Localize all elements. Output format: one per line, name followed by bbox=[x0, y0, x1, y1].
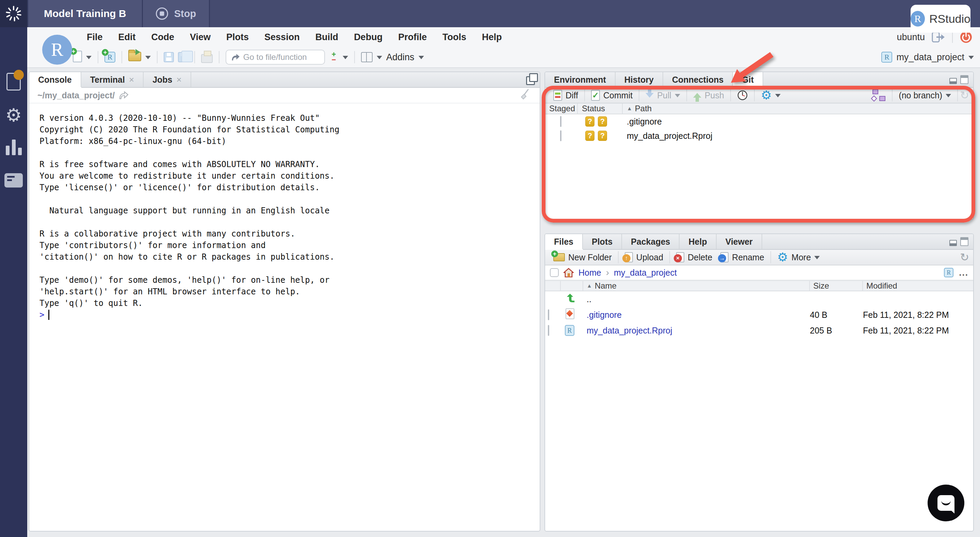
chevron-down-icon[interactable] bbox=[86, 56, 92, 62]
tab-environment[interactable]: Environment bbox=[545, 72, 616, 87]
maximize-icon[interactable] bbox=[960, 75, 969, 84]
file-name[interactable]: my_data_project.Rproj bbox=[583, 326, 810, 336]
close-icon[interactable]: × bbox=[129, 75, 134, 85]
tab-jobs[interactable]: Jobs × bbox=[143, 72, 191, 87]
clear-console-broom-icon[interactable] bbox=[520, 89, 531, 100]
close-icon[interactable]: × bbox=[177, 75, 182, 85]
menu-debug[interactable]: Debug bbox=[346, 32, 390, 43]
console-output-area[interactable]: R version 4.0.3 (2020-10-10) -- "Bunny-W… bbox=[29, 104, 540, 320]
sidebar-item-documents[interactable] bbox=[0, 71, 27, 92]
chevron-down-icon[interactable] bbox=[343, 56, 348, 62]
project-root-icon[interactable]: R bbox=[944, 268, 953, 277]
menu-profile[interactable]: Profile bbox=[390, 32, 434, 43]
col-name[interactable]: ▲Name bbox=[583, 281, 810, 291]
menu-edit[interactable]: Edit bbox=[111, 32, 143, 43]
delete-button[interactable]: × Delete bbox=[672, 252, 716, 262]
minimize-icon[interactable] bbox=[950, 78, 957, 84]
app-logo[interactable] bbox=[0, 0, 27, 27]
tab-plots[interactable]: Plots bbox=[583, 234, 622, 249]
chevron-down-icon[interactable] bbox=[418, 56, 424, 62]
history-button[interactable] bbox=[733, 90, 752, 101]
console-prompt[interactable]: > bbox=[40, 309, 540, 320]
addins-button[interactable]: Addins bbox=[386, 52, 414, 63]
file-row[interactable]: R my_data_project.Rproj 205 B Feb 11, 20… bbox=[545, 323, 973, 338]
pane-layout-icon[interactable] bbox=[361, 52, 372, 62]
branch-selector[interactable]: (no branch) bbox=[894, 91, 955, 100]
save-icon[interactable] bbox=[164, 52, 174, 62]
file-checkbox[interactable] bbox=[548, 309, 549, 320]
save-all-icon[interactable] bbox=[178, 52, 188, 62]
menu-session[interactable]: Session bbox=[256, 32, 308, 43]
file-row-updir[interactable]: .. bbox=[545, 291, 973, 307]
branch-viewer-button[interactable] bbox=[867, 89, 890, 102]
menu-view[interactable]: View bbox=[182, 32, 218, 43]
menu-help[interactable]: Help bbox=[474, 32, 510, 43]
col-size[interactable]: Size bbox=[810, 281, 863, 291]
menu-file[interactable]: File bbox=[79, 32, 111, 43]
open-file-button[interactable] bbox=[128, 52, 141, 63]
new-file-button[interactable]: + bbox=[73, 51, 82, 64]
sidebar-item-settings[interactable]: ⚙ bbox=[0, 104, 27, 126]
menu-tools[interactable]: Tools bbox=[434, 32, 474, 43]
chevron-down-icon[interactable] bbox=[145, 56, 151, 62]
sidebar-item-panel[interactable] bbox=[0, 170, 27, 191]
menu-build[interactable]: Build bbox=[308, 32, 347, 43]
chat-widget-button[interactable] bbox=[928, 484, 964, 521]
tab-connections[interactable]: Connections bbox=[663, 72, 733, 87]
restore-panes-icon[interactable] bbox=[526, 76, 535, 85]
breadcrumb-project[interactable]: my_data_project bbox=[614, 268, 677, 278]
tab-files[interactable]: Files bbox=[545, 234, 583, 249]
new-project-button[interactable]: R + bbox=[105, 52, 115, 63]
pull-button[interactable]: Pull bbox=[641, 89, 684, 102]
refresh-icon[interactable]: ↻ bbox=[960, 90, 969, 101]
tab-terminal[interactable]: Terminal × bbox=[81, 72, 144, 87]
staged-checkbox[interactable] bbox=[560, 130, 562, 141]
session-tab[interactable]: Model Training B bbox=[27, 0, 143, 27]
maximize-icon[interactable] bbox=[960, 237, 969, 246]
sign-out-icon[interactable] bbox=[932, 31, 945, 43]
git-row[interactable]: ? ? .gitignore bbox=[545, 114, 973, 129]
menu-plots[interactable]: Plots bbox=[218, 32, 256, 43]
git-row[interactable]: ? ? my_data_project.Rproj bbox=[545, 129, 973, 143]
chevron-down-icon[interactable] bbox=[377, 56, 382, 62]
col-path[interactable]: ▲Path bbox=[623, 104, 973, 114]
upload-button[interactable]: ↑ Upload bbox=[620, 252, 667, 262]
more-options-button[interactable]: ... bbox=[959, 268, 969, 278]
minimize-icon[interactable] bbox=[950, 240, 957, 246]
avatar[interactable]: R bbox=[42, 35, 72, 65]
rename-button[interactable]: → Rename bbox=[716, 252, 768, 262]
git-more-button[interactable]: ⚙ bbox=[757, 89, 785, 101]
tab-packages[interactable]: Packages bbox=[622, 234, 679, 249]
version-control-icon[interactable]: + − bbox=[329, 51, 339, 63]
tab-console[interactable]: Console bbox=[29, 72, 81, 87]
more-button[interactable]: ⚙ More bbox=[773, 251, 824, 263]
tab-git[interactable]: Git bbox=[733, 72, 763, 87]
staged-checkbox[interactable] bbox=[560, 116, 562, 127]
stop-button[interactable]: Stop bbox=[143, 0, 210, 27]
menu-code[interactable]: Code bbox=[143, 32, 182, 43]
goto-file-searchbox[interactable] bbox=[226, 50, 325, 65]
search-input[interactable] bbox=[243, 53, 320, 62]
home-icon[interactable] bbox=[563, 268, 574, 277]
file-row[interactable]: .gitignore 40 B Feb 11, 2021, 8:22 PM bbox=[545, 307, 973, 323]
file-checkbox[interactable] bbox=[548, 325, 549, 336]
col-staged[interactable]: Staged bbox=[545, 104, 578, 114]
breadcrumb-home[interactable]: Home bbox=[579, 268, 601, 278]
col-status[interactable]: Status bbox=[578, 104, 623, 114]
col-modified[interactable]: Modified bbox=[863, 281, 973, 291]
open-in-files-icon[interactable] bbox=[119, 91, 128, 99]
tab-history[interactable]: History bbox=[616, 72, 663, 87]
rstudio-app-tab[interactable]: R RStudio bbox=[911, 5, 970, 33]
project-selector[interactable]: R my_data_project bbox=[881, 47, 974, 67]
diff-button[interactable]: Diff bbox=[549, 90, 582, 101]
tab-viewer[interactable]: Viewer bbox=[717, 234, 762, 249]
sidebar-item-metrics[interactable] bbox=[0, 137, 27, 158]
push-button[interactable]: Push bbox=[689, 89, 728, 102]
commit-button[interactable]: ✓ Commit bbox=[587, 90, 637, 101]
tab-help[interactable]: Help bbox=[679, 234, 716, 249]
print-icon[interactable] bbox=[201, 54, 213, 63]
select-all-checkbox[interactable] bbox=[550, 268, 559, 277]
refresh-icon[interactable]: ↻ bbox=[960, 252, 969, 263]
new-folder-button[interactable]: + New Folder bbox=[549, 252, 616, 262]
file-name[interactable]: .. bbox=[583, 294, 810, 304]
